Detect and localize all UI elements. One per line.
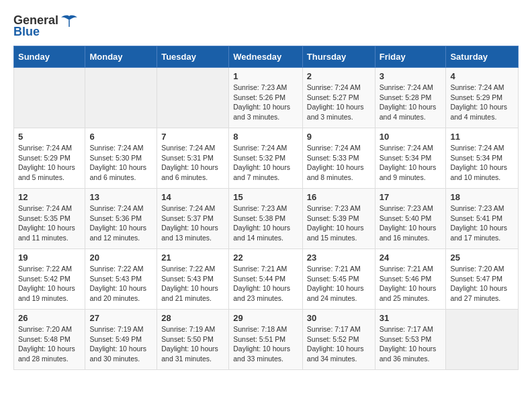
- calendar-table: SundayMondayTuesdayWednesdayThursdayFrid…: [13, 46, 519, 370]
- header-day-friday: Friday: [375, 46, 446, 68]
- day-number: 26: [18, 313, 81, 323]
- header-day-sunday: Sunday: [14, 46, 85, 68]
- cell-content: Sunrise: 7:24 AMSunset: 5:30 PMDaylight:…: [89, 143, 152, 183]
- day-number: 6: [89, 132, 152, 142]
- cell-content: Sunrise: 7:24 AMSunset: 5:36 PMDaylight:…: [89, 203, 152, 243]
- header: General Blue: [13, 13, 519, 39]
- calendar-cell: 28Sunrise: 7:19 AMSunset: 5:50 PMDayligh…: [157, 310, 229, 370]
- cell-content: Sunrise: 7:24 AMSunset: 5:27 PMDaylight:…: [307, 83, 371, 122]
- calendar-cell: 16Sunrise: 7:23 AMSunset: 5:39 PMDayligh…: [302, 189, 375, 249]
- header-day-monday: Monday: [85, 46, 157, 68]
- calendar-cell: 31Sunrise: 7:17 AMSunset: 5:53 PMDayligh…: [375, 310, 446, 370]
- cell-content: Sunrise: 7:21 AMSunset: 5:46 PMDaylight:…: [380, 264, 442, 304]
- calendar-cell: 3Sunrise: 7:24 AMSunset: 5:28 PMDaylight…: [375, 68, 446, 128]
- day-number: 23: [307, 253, 371, 263]
- cell-content: Sunrise: 7:22 AMSunset: 5:43 PMDaylight:…: [89, 264, 152, 304]
- calendar-cell: 26Sunrise: 7:20 AMSunset: 5:48 PMDayligh…: [14, 310, 85, 370]
- cell-content: Sunrise: 7:24 AMSunset: 5:34 PMDaylight:…: [380, 143, 442, 183]
- day-number: 25: [450, 253, 514, 263]
- day-number: 16: [307, 192, 371, 202]
- cell-content: Sunrise: 7:23 AMSunset: 5:26 PMDaylight:…: [233, 83, 298, 122]
- day-number: 2: [307, 71, 371, 81]
- logo-bird-icon: [60, 15, 79, 27]
- calendar-cell: 9Sunrise: 7:24 AMSunset: 5:33 PMDaylight…: [302, 128, 375, 189]
- day-number: 22: [233, 253, 298, 263]
- calendar-cell: 27Sunrise: 7:19 AMSunset: 5:49 PMDayligh…: [85, 310, 157, 370]
- calendar-cell: 19Sunrise: 7:22 AMSunset: 5:42 PMDayligh…: [14, 249, 85, 310]
- day-number: 1: [233, 71, 298, 81]
- week-row-2: 5Sunrise: 7:24 AMSunset: 5:29 PMDaylight…: [14, 128, 519, 189]
- calendar-cell: 22Sunrise: 7:21 AMSunset: 5:44 PMDayligh…: [229, 249, 303, 310]
- cell-content: Sunrise: 7:24 AMSunset: 5:29 PMDaylight:…: [450, 83, 514, 122]
- logo-blue-text: Blue: [13, 25, 40, 39]
- day-number: 3: [380, 71, 442, 81]
- calendar-cell: 24Sunrise: 7:21 AMSunset: 5:46 PMDayligh…: [375, 249, 446, 310]
- cell-content: Sunrise: 7:24 AMSunset: 5:28 PMDaylight:…: [380, 83, 442, 122]
- calendar-cell: 10Sunrise: 7:24 AMSunset: 5:34 PMDayligh…: [375, 128, 446, 189]
- week-row-4: 19Sunrise: 7:22 AMSunset: 5:42 PMDayligh…: [14, 249, 519, 310]
- calendar-cell: 7Sunrise: 7:24 AMSunset: 5:31 PMDaylight…: [157, 128, 229, 189]
- day-number: 5: [18, 132, 81, 142]
- calendar-cell: 5Sunrise: 7:24 AMSunset: 5:29 PMDaylight…: [14, 128, 85, 189]
- day-number: 29: [233, 313, 298, 323]
- day-number: 24: [380, 253, 442, 263]
- day-number: 30: [307, 313, 371, 323]
- calendar-cell: 17Sunrise: 7:23 AMSunset: 5:40 PMDayligh…: [375, 189, 446, 249]
- cell-content: Sunrise: 7:23 AMSunset: 5:40 PMDaylight:…: [380, 203, 442, 243]
- day-number: 31: [380, 313, 442, 323]
- calendar-cell: 2Sunrise: 7:24 AMSunset: 5:27 PMDaylight…: [302, 68, 375, 128]
- day-number: 19: [18, 253, 81, 263]
- calendar-cell: 1Sunrise: 7:23 AMSunset: 5:26 PMDaylight…: [229, 68, 303, 128]
- day-number: 8: [233, 132, 298, 142]
- calendar-cell: 23Sunrise: 7:21 AMSunset: 5:45 PMDayligh…: [302, 249, 375, 310]
- cell-content: Sunrise: 7:24 AMSunset: 5:31 PMDaylight:…: [161, 143, 224, 183]
- week-row-1: 1Sunrise: 7:23 AMSunset: 5:26 PMDaylight…: [14, 68, 519, 128]
- cell-content: Sunrise: 7:24 AMSunset: 5:32 PMDaylight:…: [233, 143, 298, 183]
- cell-content: Sunrise: 7:24 AMSunset: 5:33 PMDaylight:…: [307, 143, 371, 183]
- cell-content: Sunrise: 7:21 AMSunset: 5:44 PMDaylight:…: [233, 264, 298, 304]
- cell-content: Sunrise: 7:17 AMSunset: 5:52 PMDaylight:…: [307, 324, 371, 364]
- cell-content: Sunrise: 7:17 AMSunset: 5:53 PMDaylight:…: [380, 324, 442, 364]
- week-row-5: 26Sunrise: 7:20 AMSunset: 5:48 PMDayligh…: [14, 310, 519, 370]
- day-number: 12: [18, 192, 81, 202]
- cell-content: Sunrise: 7:22 AMSunset: 5:42 PMDaylight:…: [18, 264, 81, 304]
- day-number: 14: [161, 192, 224, 202]
- cell-content: Sunrise: 7:20 AMSunset: 5:47 PMDaylight:…: [450, 264, 514, 304]
- header-day-thursday: Thursday: [302, 46, 375, 68]
- day-number: 10: [380, 132, 442, 142]
- calendar-cell: 29Sunrise: 7:18 AMSunset: 5:51 PMDayligh…: [229, 310, 303, 370]
- calendar-cell: 8Sunrise: 7:24 AMSunset: 5:32 PMDaylight…: [229, 128, 303, 189]
- calendar-cell: [446, 310, 519, 370]
- day-number: 27: [89, 313, 152, 323]
- calendar-cell: 18Sunrise: 7:23 AMSunset: 5:41 PMDayligh…: [446, 189, 519, 249]
- cell-content: Sunrise: 7:22 AMSunset: 5:43 PMDaylight:…: [161, 264, 224, 304]
- cell-content: Sunrise: 7:20 AMSunset: 5:48 PMDaylight:…: [18, 324, 81, 364]
- calendar-cell: 4Sunrise: 7:24 AMSunset: 5:29 PMDaylight…: [446, 68, 519, 128]
- calendar-cell: 14Sunrise: 7:24 AMSunset: 5:37 PMDayligh…: [157, 189, 229, 249]
- day-number: 11: [450, 132, 514, 142]
- cell-content: Sunrise: 7:23 AMSunset: 5:39 PMDaylight:…: [307, 203, 371, 243]
- calendar-cell: 25Sunrise: 7:20 AMSunset: 5:47 PMDayligh…: [446, 249, 519, 310]
- cell-content: Sunrise: 7:23 AMSunset: 5:41 PMDaylight:…: [450, 203, 514, 243]
- day-number: 20: [89, 253, 152, 263]
- calendar-cell: 20Sunrise: 7:22 AMSunset: 5:43 PMDayligh…: [85, 249, 157, 310]
- cell-content: Sunrise: 7:19 AMSunset: 5:49 PMDaylight:…: [89, 324, 152, 364]
- cell-content: Sunrise: 7:24 AMSunset: 5:34 PMDaylight:…: [450, 143, 514, 183]
- day-number: 15: [233, 192, 298, 202]
- cell-content: Sunrise: 7:24 AMSunset: 5:35 PMDaylight:…: [18, 203, 81, 243]
- day-number: 9: [307, 132, 371, 142]
- cell-content: Sunrise: 7:18 AMSunset: 5:51 PMDaylight:…: [233, 324, 298, 364]
- day-number: 13: [89, 192, 152, 202]
- header-day-tuesday: Tuesday: [157, 46, 229, 68]
- day-number: 28: [161, 313, 224, 323]
- cell-content: Sunrise: 7:21 AMSunset: 5:45 PMDaylight:…: [307, 264, 371, 304]
- day-number: 4: [450, 71, 514, 81]
- logo: General Blue: [13, 13, 79, 39]
- calendar-cell: 30Sunrise: 7:17 AMSunset: 5:52 PMDayligh…: [302, 310, 375, 370]
- calendar-cell: [14, 68, 85, 128]
- day-number: 18: [450, 192, 514, 202]
- cell-content: Sunrise: 7:24 AMSunset: 5:29 PMDaylight:…: [18, 143, 81, 183]
- day-number: 17: [380, 192, 442, 202]
- calendar-cell: 15Sunrise: 7:23 AMSunset: 5:38 PMDayligh…: [229, 189, 303, 249]
- calendar-cell: 6Sunrise: 7:24 AMSunset: 5:30 PMDaylight…: [85, 128, 157, 189]
